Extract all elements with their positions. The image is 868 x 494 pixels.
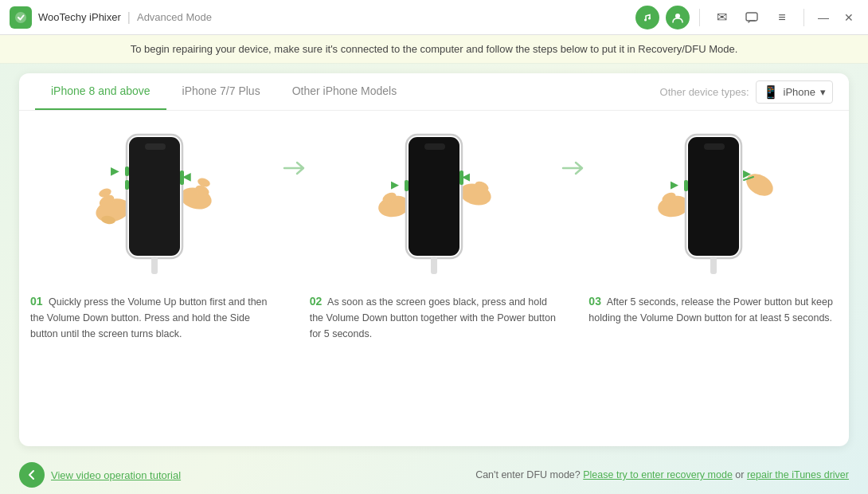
step2-text: As soon as the screen goes black, press …: [310, 296, 556, 339]
tab-iphone8[interactable]: iPhone 8 and above: [35, 73, 166, 110]
sep1: [699, 9, 700, 26]
svg-text:◀: ◀: [462, 171, 470, 182]
titlebar: WooTechy iPhixer | Advanced Mode ✉: [0, 0, 868, 35]
step-1: ▶ ◀ 01 Quickly press the Volume Up butto…: [27, 111, 283, 345]
step1-illustration: ▶ ◀: [91, 111, 218, 286]
recovery-mode-link[interactable]: Please try to enter recovery mode: [583, 469, 733, 480]
svg-text:▶: ▶: [743, 167, 751, 179]
menu-icon-btn[interactable]: ≡: [770, 6, 794, 29]
app-mode: Advanced Mode: [137, 11, 212, 23]
svg-text:◀: ◀: [182, 170, 191, 182]
svg-rect-5: [746, 13, 757, 21]
step1-text: Quickly press the Volume Up button first…: [30, 296, 268, 339]
title-separator: |: [127, 10, 131, 25]
svg-rect-16: [151, 257, 158, 274]
back-button[interactable]: [19, 462, 45, 488]
device-type-dropdown[interactable]: 📱 iPhone ▾: [756, 80, 833, 104]
phone-icon: 📱: [763, 84, 779, 100]
music-icon-btn[interactable]: [635, 6, 659, 29]
step-2: ▶ ◀ 02 As soon as the screen goes black,…: [307, 111, 562, 345]
device-type-label: Other device types:: [660, 86, 749, 98]
minimize-button[interactable]: —: [814, 8, 833, 27]
svg-text:▶: ▶: [671, 178, 678, 190]
banner-text: To begin repairing your device, make sur…: [131, 43, 738, 55]
svg-rect-17: [125, 167, 129, 176]
arrow-1: [283, 111, 307, 178]
cant-enter-text: Can't enter DFU mode?: [475, 469, 581, 480]
steps-row: ▶ ◀ 01 Quickly press the Volume Up butto…: [19, 111, 849, 446]
svg-rect-14: [129, 137, 180, 256]
svg-point-3: [648, 17, 651, 19]
mail-icon-btn[interactable]: ✉: [710, 6, 733, 29]
content-card: iPhone 8 and above iPhone 7/7 Plus Other…: [19, 73, 849, 446]
svg-rect-41: [684, 180, 688, 191]
svg-rect-38: [688, 137, 739, 256]
app-logo: [10, 6, 32, 29]
step3-desc: 03 After 5 seconds, release the Power bu…: [585, 286, 841, 329]
instruction-banner: To begin repairing your device, make sur…: [0, 35, 868, 64]
footer-left: View video operation tutorial: [19, 462, 181, 488]
svg-rect-27: [409, 137, 459, 256]
svg-rect-15: [145, 143, 166, 150]
svg-text:▶: ▶: [111, 164, 119, 177]
svg-rect-30: [405, 180, 409, 191]
close-button[interactable]: ✕: [839, 8, 858, 27]
dropdown-arrow-icon: ▾: [820, 86, 826, 98]
step3-num: 03: [588, 295, 601, 308]
app-title: WooTechy iPhixer: [38, 11, 121, 23]
sep2: [803, 9, 804, 26]
step3-illustration: ▶ ▶: [650, 111, 777, 286]
svg-rect-40: [710, 257, 717, 274]
main-content: iPhone 8 and above iPhone 7/7 Plus Other…: [0, 64, 868, 456]
footer-right: Can't enter DFU mode? Please try to ente…: [475, 469, 849, 480]
step2-illustration: ▶ ◀: [370, 111, 498, 286]
tabs-bar: iPhone 8 and above iPhone 7/7 Plus Other…: [19, 73, 849, 111]
svg-point-4: [675, 14, 680, 18]
or-text: or: [735, 469, 747, 480]
user-icon-btn[interactable]: [666, 6, 690, 29]
video-tutorial-link[interactable]: View video operation tutorial: [51, 469, 181, 481]
step2-desc: 02 As soon as the screen goes black, pre…: [307, 286, 562, 345]
svg-rect-18: [125, 180, 129, 190]
svg-text:▶: ▶: [391, 178, 399, 190]
device-type-value: iPhone: [784, 86, 815, 98]
step1-desc: 01 Quickly press the Volume Up button fi…: [27, 286, 283, 345]
step3-text: After 5 seconds, release the Power butto…: [588, 296, 833, 323]
svg-rect-29: [431, 257, 437, 274]
svg-rect-39: [704, 143, 725, 150]
footer: View video operation tutorial Can't ente…: [0, 456, 868, 494]
svg-point-2: [644, 18, 647, 21]
tab-iphone7[interactable]: iPhone 7/7 Plus: [166, 73, 276, 110]
chat-icon-btn[interactable]: [740, 6, 764, 29]
svg-point-0: [15, 12, 26, 23]
svg-rect-28: [424, 143, 445, 150]
tab-other-iphone[interactable]: Other iPhone Models: [276, 73, 413, 110]
titlebar-icons: ✉ ≡ — ✕: [635, 6, 858, 29]
step-3: ▶ ▶ 03 After 5 seconds, release the Powe…: [585, 111, 841, 329]
itunes-driver-link[interactable]: repair the iTunes driver: [747, 469, 849, 480]
step1-num: 01: [30, 295, 43, 308]
svg-point-1: [642, 12, 653, 23]
arrow-2: [561, 111, 585, 178]
step2-num: 02: [310, 295, 323, 308]
